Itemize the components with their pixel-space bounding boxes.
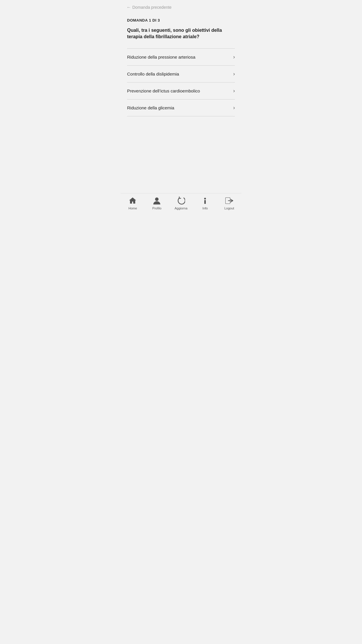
top-nav: ← Domanda precedente xyxy=(121,0,241,12)
profile-svg-icon xyxy=(153,197,161,205)
back-arrow-icon: ← xyxy=(126,5,131,10)
question-text: Quali, tra i seguenti, sono gli obiettiv… xyxy=(127,27,235,40)
svg-point-0 xyxy=(155,197,159,201)
info-icon xyxy=(201,196,210,205)
back-label: Domanda precedente xyxy=(132,5,172,10)
nav-item-info[interactable]: Info xyxy=(193,196,217,210)
svg-rect-1 xyxy=(204,200,206,204)
answer-item-1[interactable]: Riduzione della pressione arteriosa › xyxy=(127,48,235,66)
nav-item-home[interactable]: Home xyxy=(121,196,145,210)
nav-label-aggiorna: Aggiorna xyxy=(175,206,187,210)
info-svg-icon xyxy=(202,197,209,205)
logout-icon xyxy=(225,196,234,205)
chevron-right-icon-1: › xyxy=(233,54,235,60)
chevron-right-icon-3: › xyxy=(233,88,235,94)
answer-item-4[interactable]: Riduzione della glicemia › xyxy=(127,99,235,116)
refresh-icon xyxy=(177,196,185,205)
question-number: DOMANDA 1 DI 3 xyxy=(127,18,235,22)
logout-svg-icon xyxy=(225,197,234,205)
main-content: DOMANDA 1 DI 3 Quali, tra i seguenti, so… xyxy=(121,12,241,193)
svg-point-2 xyxy=(204,198,206,200)
home-icon xyxy=(128,196,137,205)
answer-label-1: Riduzione della pressione arteriosa xyxy=(127,55,233,60)
nav-item-profilo[interactable]: Profilo xyxy=(145,196,169,210)
answer-label-2: Controllo della dislipidemia xyxy=(127,71,233,76)
refresh-svg-icon xyxy=(177,197,185,205)
chevron-right-icon-4: › xyxy=(233,105,235,111)
bottom-nav: Home Profilo Aggiorna Info xyxy=(121,193,241,215)
profile-icon xyxy=(152,196,161,205)
nav-item-aggiorna[interactable]: Aggiorna xyxy=(169,196,193,210)
nav-label-profilo: Profilo xyxy=(152,206,161,210)
nav-label-info: Info xyxy=(203,206,208,210)
chevron-right-icon-2: › xyxy=(233,71,235,77)
answer-item-3[interactable]: Prevenzione dell’ictus cardioembolico › xyxy=(127,83,235,99)
answer-label-3: Prevenzione dell’ictus cardioembolico xyxy=(127,88,233,93)
answer-label-4: Riduzione della glicemia xyxy=(127,105,233,110)
back-button[interactable]: ← Domanda precedente xyxy=(126,5,172,10)
answer-item-2[interactable]: Controllo della dislipidemia › xyxy=(127,66,235,83)
nav-label-home: Home xyxy=(129,206,137,210)
nav-label-logout: Logout xyxy=(224,206,234,210)
answer-list: Riduzione della pressione arteriosa › Co… xyxy=(127,48,235,116)
nav-item-logout[interactable]: Logout xyxy=(217,196,241,210)
home-svg-icon xyxy=(129,197,137,204)
